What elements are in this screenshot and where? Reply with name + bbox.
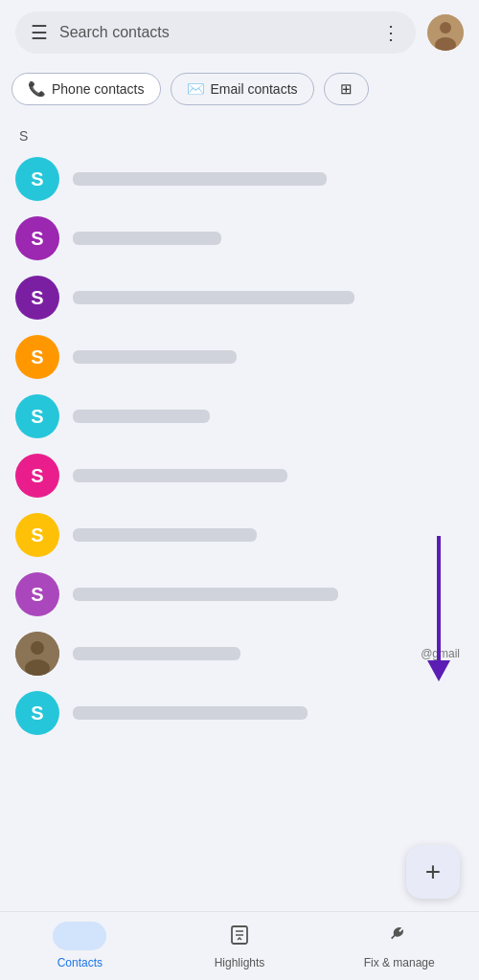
contact-name (73, 647, 240, 660)
contact-info (73, 528, 464, 542)
bottom-nav: Contacts Highlights Fix & manage (0, 911, 479, 980)
contact-name (73, 291, 354, 304)
list-item[interactable]: S (0, 505, 479, 565)
avatar-photo (15, 632, 59, 676)
contact-name (73, 528, 257, 542)
nav-item-highlights[interactable]: Highlights (160, 916, 320, 977)
phone-icon: 📞 (28, 80, 46, 98)
nav-label-highlights: Highlights (215, 956, 265, 969)
tab-email-label: Email contacts (211, 81, 298, 97)
more-options-icon[interactable]: ⋮ (381, 21, 400, 44)
list-item[interactable]: S (0, 683, 479, 743)
contact-list: S S S S S S S (0, 113, 479, 915)
avatar: S (15, 513, 59, 557)
list-item[interactable]: S (0, 565, 479, 624)
contact-info (73, 232, 464, 245)
contact-name (73, 706, 308, 720)
list-item[interactable]: S (0, 149, 479, 209)
svg-point-4 (31, 641, 44, 655)
contact-info (73, 588, 464, 601)
user-avatar[interactable] (427, 14, 464, 51)
contact-info (73, 410, 464, 423)
highlights-icon (228, 924, 251, 952)
list-item[interactable]: @gmail (0, 624, 479, 683)
header: ☰ Search contacts ⋮ (0, 0, 479, 65)
search-bar[interactable]: ☰ Search contacts ⋮ (15, 11, 416, 54)
avatar: S (15, 276, 59, 320)
search-placeholder: Search contacts (59, 24, 370, 41)
contact-info (73, 291, 464, 304)
arrow-head (427, 660, 450, 681)
nav-active-indicator (53, 922, 106, 950)
avatar: S (15, 216, 59, 260)
nav-item-fix-manage[interactable]: Fix & manage (319, 916, 479, 977)
list-item[interactable]: S (0, 209, 479, 268)
filter-tabs: 📞 Phone contacts ✉️ Email contacts ⊞ (0, 65, 479, 113)
tab-phone-contacts[interactable]: 📞 Phone contacts (11, 73, 161, 105)
tab-email-contacts[interactable]: ✉️ Email contacts (171, 73, 314, 105)
arrow-line (437, 536, 441, 660)
nav-label-contacts: Contacts (57, 956, 103, 969)
avatar: S (15, 454, 59, 498)
contact-info (73, 350, 464, 364)
svg-point-1 (440, 22, 451, 33)
grid-icon: ⊞ (340, 80, 353, 98)
contact-info (73, 172, 464, 186)
tab-grid[interactable]: ⊞ (324, 73, 369, 105)
arrow-annotation (427, 536, 450, 681)
contact-name (73, 410, 210, 423)
avatar: S (15, 157, 59, 201)
avatar: S (15, 572, 59, 616)
contact-name (73, 588, 338, 601)
contact-info (73, 647, 407, 660)
section-letter-s: S (0, 122, 479, 149)
email-icon: ✉️ (187, 80, 205, 98)
list-item[interactable]: S (0, 327, 479, 387)
list-item[interactable]: S (0, 446, 479, 505)
fix-manage-icon (388, 924, 411, 952)
list-item[interactable]: S (0, 387, 479, 446)
avatar: S (15, 335, 59, 379)
avatar: S (15, 691, 59, 735)
contact-name (73, 232, 221, 245)
list-item[interactable]: S (0, 268, 479, 327)
add-contact-fab[interactable]: + (406, 845, 460, 899)
nav-label-fix-manage: Fix & manage (364, 956, 435, 969)
contact-info (73, 469, 464, 482)
avatar: S (15, 394, 59, 438)
contact-info (73, 706, 464, 720)
contact-name (73, 469, 287, 482)
menu-icon[interactable]: ☰ (31, 21, 48, 44)
tab-phone-label: Phone contacts (52, 81, 145, 97)
contact-name (73, 350, 237, 364)
contact-name (73, 172, 327, 186)
